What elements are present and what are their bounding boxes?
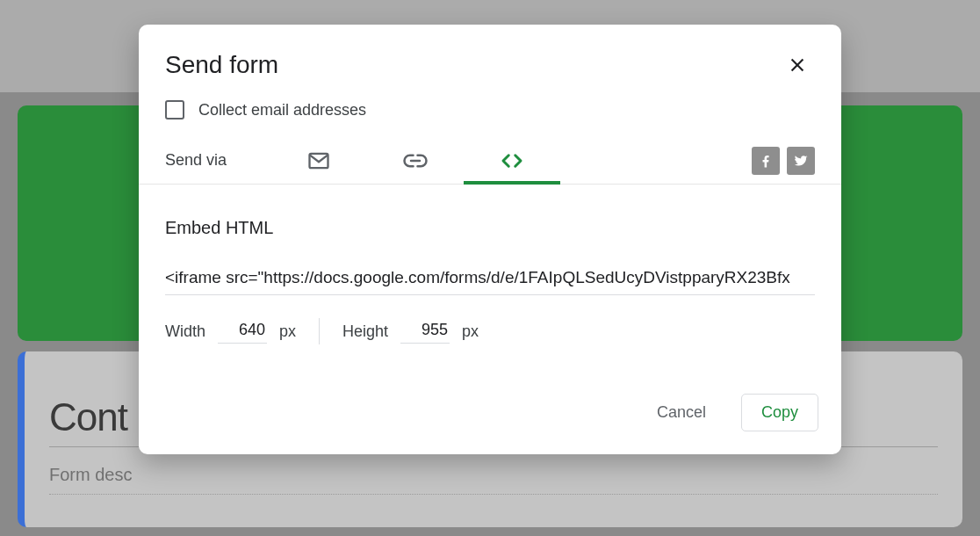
cancel-button[interactable]: Cancel <box>638 395 725 431</box>
width-label: Width <box>165 322 205 341</box>
height-label: Height <box>342 322 388 341</box>
send-via-label: Send via <box>165 151 270 170</box>
close-button[interactable] <box>780 47 815 83</box>
dialog-header: Send form <box>139 25 841 98</box>
close-icon <box>788 55 807 75</box>
collect-email-row: Collect email addresses <box>139 98 841 137</box>
send-via-row: Send via <box>139 137 841 185</box>
tab-link[interactable] <box>367 137 464 185</box>
dialog-title: Send form <box>165 51 278 79</box>
mail-icon <box>306 148 331 173</box>
dims-separator <box>319 318 320 344</box>
link-icon <box>402 148 429 174</box>
tab-email[interactable] <box>270 137 367 185</box>
dialog-footer: Cancel Copy <box>139 353 841 454</box>
collect-email-checkbox[interactable] <box>165 100 184 120</box>
code-icon <box>499 148 525 174</box>
tab-embed[interactable] <box>464 137 560 185</box>
embed-html-input[interactable] <box>165 263 815 295</box>
dialog-body: Embed HTML Width px Height px <box>139 185 841 353</box>
share-facebook-button[interactable] <box>752 147 780 175</box>
facebook-icon <box>758 153 774 169</box>
bg-card-desc: Form desc <box>49 465 938 495</box>
width-input[interactable] <box>218 319 267 344</box>
height-input[interactable] <box>400 319 450 344</box>
copy-button[interactable]: Copy <box>741 394 818 431</box>
twitter-icon <box>793 153 809 169</box>
height-unit: px <box>462 322 479 341</box>
width-unit: px <box>279 322 296 341</box>
collect-email-label: Collect email addresses <box>198 101 366 120</box>
embed-section-title: Embed HTML <box>165 218 815 238</box>
dimensions-row: Width px Height px <box>165 318 815 344</box>
send-form-dialog: Send form Collect email addresses Send v… <box>139 25 841 454</box>
share-twitter-button[interactable] <box>787 147 815 175</box>
